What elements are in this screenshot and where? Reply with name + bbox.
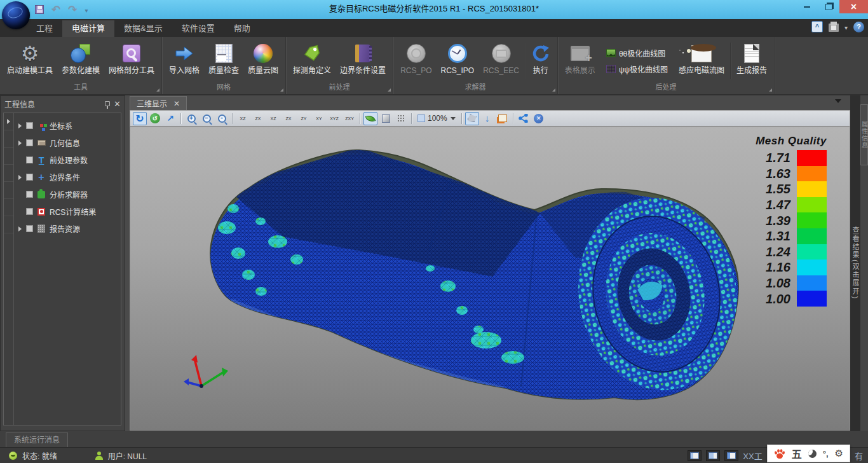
group-expand-icon[interactable] xyxy=(280,88,283,92)
zoom-in-button[interactable]: + xyxy=(184,112,198,125)
refresh-view-button[interactable] xyxy=(148,112,162,125)
close-button[interactable] xyxy=(839,0,868,13)
expander-icon[interactable] xyxy=(18,175,22,180)
view-iso2-button[interactable]: ZXY xyxy=(342,112,356,125)
group-expand-icon[interactable] xyxy=(156,88,159,92)
collapse-ribbon-icon[interactable] xyxy=(811,21,823,32)
expander-icon[interactable] xyxy=(18,226,22,232)
checkbox[interactable] xyxy=(26,174,33,181)
system-messages-tab[interactable]: 系统运行消息 xyxy=(6,432,68,447)
parametric-modeling-button[interactable]: 参数化建模 xyxy=(57,39,104,83)
chevron-right-icon[interactable] xyxy=(7,119,10,124)
zoom-level-select[interactable]: 100% xyxy=(415,114,458,123)
tree-item-rcs-results[interactable]: RCS计算结果 xyxy=(14,203,121,220)
help-icon[interactable] xyxy=(853,22,864,32)
tree-item-report-resources[interactable]: 报告资源 xyxy=(14,220,121,237)
minimize-button[interactable] xyxy=(796,0,818,13)
points-mode-button[interactable] xyxy=(394,112,408,125)
table-display-button[interactable]: 表格展示 xyxy=(560,39,600,83)
share-button[interactable] xyxy=(517,112,531,125)
rotate-view-button[interactable] xyxy=(133,112,147,125)
induced-current-map-button[interactable]: 感应电磁流图 xyxy=(674,39,729,83)
tree-item-preprocess-params[interactable]: 前处理参数 xyxy=(14,151,121,169)
move-down-button[interactable] xyxy=(480,112,494,125)
mesh-tool-button[interactable]: 网格剖分工具 xyxy=(104,39,159,83)
application-window: 复杂目标RCS电磁分析软件2015 R1 - RCS_2015031801* 工… xyxy=(0,0,868,463)
printer-dropdown-icon[interactable] xyxy=(844,21,848,32)
view-zx2-button[interactable]: ZX xyxy=(281,112,295,125)
checkbox[interactable] xyxy=(26,139,33,146)
tab-software-settings[interactable]: 软件设置 xyxy=(172,20,224,37)
pin-icon[interactable] xyxy=(105,101,110,106)
group-expand-icon[interactable] xyxy=(388,88,391,92)
checkbox[interactable] xyxy=(26,122,33,129)
viewport-3d[interactable]: Mesh Quality 1.71 1.63 1.55 1.47 1.39 1.… xyxy=(130,127,850,431)
import-mesh-button[interactable]: 导入网格 xyxy=(165,39,204,83)
execute-button[interactable]: 执行 xyxy=(527,39,555,83)
tree-item-geometry-info[interactable]: 几何信息 xyxy=(14,134,121,151)
probe-angle-button[interactable]: 探测角定义 xyxy=(288,39,336,83)
ribbon-group-solver: RCS_PO RCS_IPO RCS_EEC 执行 求解 xyxy=(393,37,558,94)
tab-3d-display[interactable]: 三维显示 ✕ xyxy=(130,96,187,110)
restore-button[interactable] xyxy=(818,0,839,13)
zoom-level-value: 100% xyxy=(428,114,447,123)
solver-rcs-ipo-button[interactable]: RCS_IPO xyxy=(436,39,478,83)
checkbox[interactable] xyxy=(26,191,33,198)
tab-list-dropdown-icon[interactable] xyxy=(835,99,841,103)
tree-item-coordinate-system[interactable]: 坐标系 xyxy=(14,117,121,134)
close-view-button[interactable] xyxy=(532,112,546,125)
tab-project[interactable]: 工程 xyxy=(27,20,62,37)
window-controls xyxy=(796,0,868,13)
launch-modeler-button[interactable]: 启动建模工具 xyxy=(3,39,57,83)
printer-icon[interactable] xyxy=(829,24,839,32)
group-expand-icon[interactable] xyxy=(769,88,772,92)
window-title: 复杂目标RCS电磁分析软件2015 R1 - RCS_2015031801* xyxy=(0,0,868,19)
view-zx-button[interactable]: ZX xyxy=(251,112,265,125)
expander-icon[interactable] xyxy=(18,141,22,146)
clock-icon xyxy=(448,44,467,63)
view-xy-button[interactable]: XY xyxy=(312,112,326,125)
expander-icon[interactable] xyxy=(18,123,22,128)
wrench-icon xyxy=(123,45,140,62)
tab-close-icon[interactable]: ✕ xyxy=(173,100,180,107)
select-polygon-button[interactable] xyxy=(465,112,479,125)
tree-item-solver[interactable]: 分析求解器 xyxy=(14,186,121,203)
solid-mode-button[interactable] xyxy=(379,112,393,125)
zoom-out-button[interactable]: − xyxy=(200,112,214,125)
moon-icon[interactable] xyxy=(808,450,817,458)
view-results-tab[interactable]: 查看结果(双击展开) xyxy=(850,226,860,300)
quality-contour-button[interactable]: 质量云图 xyxy=(243,39,283,83)
baidu-paw-icon[interactable] xyxy=(774,448,785,459)
psi-polar-curve-button[interactable]: ψψ极化曲线图 xyxy=(604,62,670,76)
pan-view-button[interactable] xyxy=(163,112,177,125)
theta-polar-curve-button[interactable]: θθ极化曲线图 xyxy=(604,46,670,60)
quality-check-button[interactable]: 质量检查 xyxy=(204,39,243,83)
layout-button-3[interactable] xyxy=(724,450,738,461)
ime-settings-gear-icon[interactable] xyxy=(835,448,843,459)
layout-button-2[interactable] xyxy=(706,450,720,461)
checkbox[interactable] xyxy=(26,225,33,232)
tab-em-computation[interactable]: 电磁计算 xyxy=(62,20,114,37)
properties-tab[interactable]: 属性信息 xyxy=(860,104,868,165)
punctuation-icon[interactable]: °, xyxy=(823,449,829,459)
layout-button-1[interactable] xyxy=(688,450,702,461)
solver-rcs-po-button[interactable]: RCS_PO xyxy=(396,39,436,83)
copy-view-button[interactable] xyxy=(496,112,510,125)
solver-rcs-eec-button[interactable]: RCS_EEC xyxy=(478,39,524,83)
tree-item-boundary-conditions[interactable]: 边界条件 xyxy=(14,169,121,186)
zoom-fit-button[interactable]: ▫ xyxy=(215,112,229,125)
group-expand-icon[interactable] xyxy=(552,88,555,92)
tab-help[interactable]: 帮助 xyxy=(224,20,260,37)
panel-close-icon[interactable]: ✕ xyxy=(114,100,121,108)
tab-data-display[interactable]: 数据&显示 xyxy=(114,20,172,37)
shaded-mode-button[interactable] xyxy=(363,112,377,125)
checkbox[interactable] xyxy=(26,156,33,163)
checkbox[interactable] xyxy=(26,208,33,215)
view-xz2-button[interactable]: XZ xyxy=(266,112,280,125)
generate-report-button[interactable]: 生成报告 xyxy=(732,39,771,83)
view-xz-button[interactable]: XZ xyxy=(236,112,250,125)
ime-mode-button[interactable]: 五 xyxy=(792,446,802,461)
view-iso1-button[interactable]: XYZ xyxy=(327,112,341,125)
boundary-settings-button[interactable]: 边界条件设置 xyxy=(336,39,390,83)
view-zy-button[interactable]: ZY xyxy=(297,112,311,125)
